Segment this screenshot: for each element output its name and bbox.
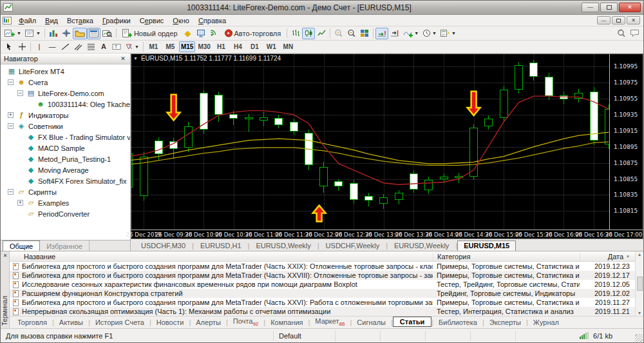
navigator-tab-Общие[interactable]: Общие (3, 240, 40, 251)
text-button[interactable]: A (97, 41, 110, 53)
strategy-tester-button[interactable] (100, 28, 114, 39)
menu-item-Справка[interactable]: Справка (194, 16, 231, 25)
templates-button[interactable]: ▼ (439, 28, 458, 39)
auto-scroll-button[interactable] (375, 28, 388, 39)
tree-item[interactable]: ▦LiteForex MT4 (1, 66, 130, 77)
tree-item[interactable]: ◆Metod_Puria_Testing-1 (1, 153, 130, 164)
metaeditor-button[interactable]: ◆ (182, 28, 194, 39)
shapes-button[interactable]: ▼ (123, 41, 141, 53)
price-scale[interactable]: 1.109951.109751.109551.109351.109151.108… (609, 54, 643, 230)
close-button[interactable]: ✕ (619, 3, 641, 12)
candlestick-chart-button[interactable] (302, 28, 315, 39)
table-scrollbar[interactable]: ▲ ▼ (635, 251, 643, 316)
label-button[interactable]: T (110, 41, 123, 53)
column-header-category[interactable]: Категория (433, 253, 580, 260)
cursor-button[interactable] (3, 41, 15, 53)
indicators-button[interactable]: ▼ (401, 28, 421, 39)
scroll-up-icon[interactable]: ▲ (638, 252, 642, 257)
data-window-button[interactable] (60, 28, 73, 39)
chart-tab-EURUSD,H1[interactable]: EURUSD,H1 (194, 240, 248, 251)
tree-item[interactable]: +▱Examples (1, 197, 130, 208)
chart-tab-USDCHF,Weekly[interactable]: USDCHF,Weekly (319, 240, 386, 251)
timeframe-M15-button[interactable]: M15 (179, 41, 195, 52)
child-minimize-button[interactable]: — (597, 16, 611, 24)
tree-item[interactable]: ◆Moving Average (1, 164, 130, 175)
horizontal-line-button[interactable]: — (46, 41, 59, 53)
chart-tab-USDCHF,M30[interactable]: USDCHF,M30 (135, 240, 192, 251)
menu-item-Окно[interactable]: Окно (168, 16, 194, 25)
chart-tab-EURUSD,Weekly[interactable]: EURUSD,Weekly (388, 240, 455, 251)
zoom-out-button[interactable] (345, 28, 358, 39)
tree-item[interactable]: +ƒИндикаторы (1, 110, 130, 121)
menu-item-Вид[interactable]: Вид (41, 16, 62, 25)
tile-windows-button[interactable] (358, 28, 371, 39)
new-order-button[interactable]: Новый ордер (118, 28, 182, 39)
child-restore-button[interactable] (612, 16, 625, 24)
column-header-date[interactable]: Дата▼ (580, 253, 635, 260)
terminal-tab-Почта[interactable]: Почта92 (228, 317, 263, 328)
tree-expander-plus[interactable]: + (8, 112, 14, 118)
terminal-button[interactable] (87, 28, 100, 39)
timeframe-M30-button[interactable]: M30 (196, 41, 212, 52)
column-header-name[interactable]: Название (10, 253, 433, 260)
tree-item[interactable]: ◆FX Blue - Trading Simulator v3 (1, 132, 130, 142)
table-row[interactable]: Расширяем функционал Конструктора страте… (10, 289, 635, 298)
feedback-icon[interactable] (628, 28, 641, 39)
terminal-tab-Компания[interactable]: Компания (265, 318, 308, 327)
terminal-tab-Библиотека[interactable]: Библиотека (433, 318, 482, 327)
search-icon[interactable] (615, 28, 628, 39)
line-chart-button[interactable] (315, 28, 328, 39)
timeframe-H4-button[interactable]: H4 (230, 41, 246, 52)
maximize-button[interactable] (600, 3, 618, 12)
minimize-button[interactable]: — (582, 3, 599, 12)
tree-expander-minus[interactable]: − (8, 79, 14, 85)
channel-button[interactable] (71, 41, 84, 53)
chart-plot[interactable]: ▼ EURUSD,M15 1.11752 1.11777 1.11699 1.1… (131, 54, 609, 230)
tree-item[interactable]: −◈Советники (1, 121, 130, 132)
tree-expander-minus[interactable]: − (8, 189, 14, 195)
table-row[interactable]: Исследование сезонных характеристик фина… (10, 280, 635, 289)
menu-item-Графики[interactable]: Графики (98, 16, 135, 25)
timeframe-D1-button[interactable]: D1 (247, 41, 263, 52)
table-row[interactable]: Библиотека для простого и быстрого созда… (10, 271, 635, 280)
terminal-tab-Новости[interactable]: Новости (151, 318, 189, 327)
trendline-button[interactable] (59, 41, 71, 53)
publish-button[interactable] (194, 28, 207, 39)
time-scale[interactable]: 26 Dec 201926 Dec 09:3026 Dec 10:0026 De… (131, 230, 643, 239)
chart-shift-button[interactable] (388, 28, 401, 39)
vertical-line-button[interactable]: | (33, 41, 46, 53)
autotrading-button[interactable]: Авто-торговля (220, 28, 285, 39)
status-profile[interactable]: Default (274, 331, 336, 341)
terminal-tab-Сигналы[interactable]: Сигналы (352, 318, 391, 327)
navigator-close-icon[interactable]: ✕ (119, 55, 127, 62)
timeframe-M5-button[interactable]: M5 (162, 41, 178, 52)
periods-button[interactable]: ▼ (421, 28, 439, 39)
tree-item[interactable]: −▤LiteForex-Demo.com (1, 88, 130, 99)
bar-chart-button[interactable] (289, 28, 302, 39)
tree-item[interactable]: ◆MACD Sample (1, 142, 130, 153)
chart-tab-EURUSD,M15[interactable]: EURUSD,M15 (457, 240, 516, 251)
terminal-tab-Активы[interactable]: Активы (54, 318, 88, 327)
crosshair-button[interactable] (15, 41, 28, 53)
table-row[interactable]: Библиотека для простого и быстрого созда… (10, 298, 635, 307)
zoom-in-button[interactable] (332, 28, 345, 39)
fibonacci-button[interactable] (84, 41, 97, 53)
terminal-tab-История Счета[interactable]: История Счета (90, 318, 149, 327)
timeframe-W1-button[interactable]: W1 (263, 41, 279, 52)
timeframe-M1-button[interactable]: M1 (146, 41, 162, 52)
tree-expander-minus[interactable]: − (8, 123, 14, 129)
terminal-tab-Маркет[interactable]: Маркет86 (310, 317, 350, 328)
signals-button[interactable] (207, 28, 220, 39)
menu-item-Файл[interactable]: Файл (14, 16, 41, 25)
tree-item[interactable]: ◆Soft4FX Forex Simulator_fix (1, 175, 130, 186)
terminal-tab-Статьи[interactable]: Статьи (393, 317, 431, 327)
navigator-button[interactable] (73, 28, 87, 39)
scrollbar-thumb[interactable] (637, 277, 643, 291)
navigator-tab-Избранное[interactable]: Избранное (40, 240, 90, 251)
terminal-tab-Торговля[interactable]: Торговля (12, 318, 52, 327)
new-chart-button[interactable]: ▼ (3, 28, 23, 39)
menu-item-Сервис[interactable]: Сервис (135, 16, 169, 25)
terminal-tab-Алерты[interactable]: Алерты (191, 318, 226, 327)
terminal-tab-Журнал[interactable]: Журнал (528, 318, 564, 327)
table-row[interactable]: Библиотека для простого и быстрого созда… (10, 262, 635, 271)
